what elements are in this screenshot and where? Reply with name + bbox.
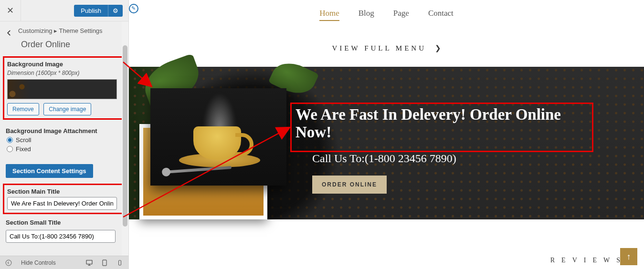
customizer-sidebar: ✕ Publish ⚙ Customizing ▸ Theme Settings xyxy=(0,0,129,269)
breadcrumb-section: Theme Settings xyxy=(59,27,103,34)
order-online-hero: We Are Fast In Delevery! Order Online No… xyxy=(129,67,644,219)
svg-rect-3 xyxy=(119,260,121,265)
close-customizer-button[interactable]: ✕ xyxy=(0,0,21,21)
hero-text-block: We Are Fast In Delevery! Order Online No… xyxy=(312,103,615,194)
order-online-button[interactable]: ORDER ONLINE xyxy=(312,176,387,194)
bg-image-thumbnail[interactable] xyxy=(7,79,117,99)
sidebar-topbar: ✕ Publish ⚙ xyxy=(0,0,128,21)
sidebar-scrollbar-thumb[interactable] xyxy=(123,45,127,227)
tablet-preview-icon[interactable] xyxy=(101,259,108,267)
svg-point-0 xyxy=(6,260,11,266)
hero-cup-photo xyxy=(150,88,286,186)
sidebar-scrollbar[interactable] xyxy=(122,21,128,256)
view-full-menu-label: VIEW FULL MENU xyxy=(332,44,427,52)
site-preview: Home Blog Page Contact VIEW FULL MENU ❯ … xyxy=(129,0,644,269)
gear-icon: ⚙ xyxy=(113,7,118,14)
view-full-menu-link[interactable]: VIEW FULL MENU ❯ xyxy=(129,44,644,52)
svg-rect-2 xyxy=(103,260,106,266)
attachment-option-scroll[interactable]: Scroll xyxy=(6,136,123,144)
back-button[interactable] xyxy=(6,29,12,38)
hero-subtitle: Call Us To:(1-800 23456 7890) xyxy=(312,152,615,165)
arrow-up-icon: ↑ xyxy=(627,252,631,262)
nav-item-home[interactable]: Home xyxy=(319,9,339,21)
bg-attachment-label: Background Image Attachment xyxy=(6,127,123,134)
change-bg-button[interactable]: Change image xyxy=(43,103,91,115)
nav-item-contact[interactable]: Contact xyxy=(428,9,454,21)
attachment-radio-scroll[interactable] xyxy=(7,137,13,143)
collapse-icon xyxy=(5,259,12,267)
panel-title: Order Online xyxy=(0,38,128,55)
main-title-label: Section Main Title xyxy=(7,188,121,195)
scroll-to-top-button[interactable]: ↑ xyxy=(620,248,637,265)
desktop-preview-icon[interactable] xyxy=(85,259,93,267)
sidebar-footer: Hide Controls xyxy=(0,256,128,269)
reviews-heading: REVIEWS xyxy=(550,257,627,264)
hide-controls-link[interactable]: Hide Controls xyxy=(21,259,56,266)
mobile-preview-icon[interactable] xyxy=(116,259,124,267)
annotation-box-herotitle: We Are Fast In Delevery! Order Online No… xyxy=(290,103,593,152)
breadcrumb-sep: ▸ xyxy=(54,27,57,34)
svg-rect-1 xyxy=(86,260,92,264)
spoon-graphic xyxy=(165,166,232,174)
edit-shortcut-icon[interactable] xyxy=(129,4,138,13)
main-title-input[interactable] xyxy=(7,197,117,210)
breadcrumb-prefix: Customizing xyxy=(18,27,53,34)
sidebar-scroll-area: Customizing ▸ Theme Settings Order Onlin… xyxy=(0,21,128,269)
chevron-right-icon: ❯ xyxy=(435,44,441,52)
section-content-settings-button[interactable]: Section Content Settings xyxy=(6,164,93,178)
annotation-box-maintitle: Section Main Title xyxy=(3,184,126,214)
cup-graphic xyxy=(193,126,241,160)
small-title-input[interactable] xyxy=(6,230,116,243)
remove-bg-button[interactable]: Remove xyxy=(7,103,39,115)
bg-image-dimension: Dimension (1600px * 800px) xyxy=(7,70,121,76)
annotation-box-bgimage: Background Image Dimension (1600px * 800… xyxy=(3,56,126,120)
small-title-label: Section Small Title xyxy=(6,219,123,226)
publish-button[interactable]: Publish xyxy=(74,5,108,17)
attachment-radio-scroll-label: Scroll xyxy=(16,136,32,144)
attachment-option-fixed[interactable]: Fixed xyxy=(6,145,123,153)
breadcrumb: Customizing ▸ Theme Settings xyxy=(18,27,103,34)
bg-image-label: Background Image xyxy=(7,61,121,68)
attachment-radio-fixed[interactable] xyxy=(7,146,13,152)
site-nav: Home Blog Page Contact xyxy=(129,0,644,25)
chevron-left-icon xyxy=(6,30,12,36)
hero-title: We Are Fast In Delevery! Order Online No… xyxy=(296,106,588,141)
attachment-radio-fixed-label: Fixed xyxy=(16,145,31,153)
nav-item-page[interactable]: Page xyxy=(393,9,409,21)
publish-settings-button[interactable]: ⚙ xyxy=(108,5,123,17)
nav-item-blog[interactable]: Blog xyxy=(359,9,374,21)
